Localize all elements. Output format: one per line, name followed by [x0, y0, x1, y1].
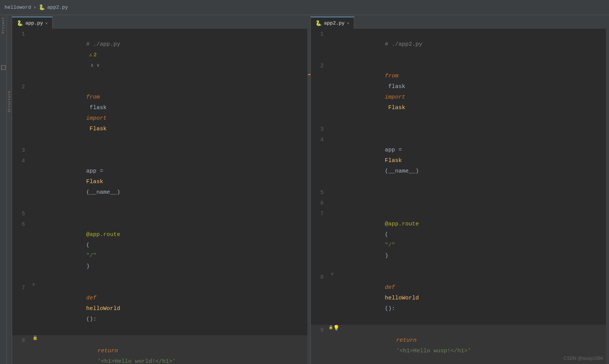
table-row: 4 app = Flask (__name__)	[311, 134, 609, 187]
r-code-wusp: wusp	[434, 348, 447, 354]
left-editor-pane: 🐍 app.py ✕ 1 # ./app.py ⚠	[12, 15, 311, 364]
table-row: 7 @app.route ( "/" )	[311, 208, 609, 272]
warning-icon: ⚠	[89, 50, 92, 60]
watermark: CSDN @wusp1994	[564, 356, 603, 361]
r-line-content-4: app = Flask (__name__)	[337, 134, 609, 187]
table-row: 8 🔒 return '<h1>Hello world!</h1>'	[12, 335, 310, 364]
r-line-num-7: 7	[311, 208, 330, 219]
r-code-func-name: helloWorld	[385, 295, 419, 301]
tab-app-py-label: app.py	[25, 20, 43, 26]
r-code-app-args: (__name__)	[385, 168, 419, 174]
left-editor-area[interactable]: 1 # ./app.py ⚠ 2 ∧ ∨ 2	[12, 29, 310, 364]
line-gutter-8: 🔒	[31, 335, 39, 340]
line-content-7: def helloWorld ():	[39, 282, 310, 335]
r-kw-import: import	[385, 94, 405, 100]
line-content-1: # ./app.py ⚠ 2 ∧ ∨	[39, 29, 310, 82]
r-line-num-8: 8	[311, 272, 330, 282]
r-line-num-1: 1	[311, 29, 330, 39]
r-line-num-4: 4	[311, 134, 330, 145]
minimap-marker-1	[308, 74, 310, 75]
tab-app2-py-icon: 🐍	[315, 20, 322, 26]
r-code-decorator: @app.route	[385, 221, 419, 227]
tab-app-py[interactable]: 🐍 app.py ✕	[12, 17, 53, 29]
left-minimap[interactable]	[307, 29, 310, 364]
r-line-num-5: 5	[311, 187, 330, 198]
line-num-3: 3	[12, 145, 31, 156]
right-code-container: 1 # ./app2.py 2 from flask impo	[311, 29, 609, 364]
sidebar-project: Project ⋮⋮	[0, 15, 7, 364]
r-code-func-parens: ():	[385, 305, 395, 312]
breadcrumb: helloword › 🐍 app2.py	[5, 4, 68, 11]
tab-app2-py-close[interactable]: ✕	[347, 21, 350, 26]
table-row: 3	[12, 145, 310, 156]
r-code-route-str: "/"	[385, 242, 395, 248]
line-content-6: @app.route ( "/" )	[39, 219, 310, 282]
lock-icon-9: 🔒	[329, 325, 333, 330]
sidebar-project-label[interactable]: Project	[2, 17, 5, 41]
table-row: 6 @app.route ( "/" )	[12, 219, 310, 282]
r-code-flask: flask	[385, 83, 409, 90]
line-num-1: 1	[12, 29, 31, 39]
table-row: 5	[12, 208, 310, 219]
breadcrumb-project[interactable]: helloword	[5, 5, 31, 10]
fold-icon-7[interactable]: ▽	[33, 282, 37, 287]
r-code-return-end: !</h1>'	[447, 348, 471, 354]
line-num-6: 6	[12, 219, 31, 230]
r-line-num-3: 3	[311, 124, 330, 134]
r-code-return-str: '<h1>Hello	[396, 348, 434, 354]
right-minimap[interactable]	[606, 29, 609, 364]
left-code-container: 1 # ./app.py ⚠ 2 ∧ ∨ 2	[12, 29, 310, 364]
code-flask-call: Flask	[86, 179, 103, 185]
sidebar-structure: Structure	[7, 15, 12, 364]
table-row: 1 # ./app2.py	[311, 29, 609, 60]
table-row: 7 ▽ def helloWorld ():	[12, 282, 310, 335]
nav-arrows[interactable]: ∧ ∨	[88, 63, 99, 68]
breadcrumb-file-icon: 🐍	[39, 4, 45, 11]
table-row: 4 app = Flask (__name__)	[12, 156, 310, 208]
r-code-route-open: (	[385, 231, 388, 238]
kw-from: from	[86, 94, 100, 100]
sidebar-project-icon[interactable]: ⋮⋮	[1, 65, 6, 70]
table-row: 2 from flask import Flask	[311, 60, 609, 124]
right-editor-area[interactable]: 1 # ./app2.py 2 from flask impo	[311, 29, 609, 364]
code-Flask: Flask	[86, 126, 107, 132]
code-route-close: )	[86, 263, 90, 270]
kw-def: def	[86, 295, 100, 301]
r-kw-def: def	[385, 284, 398, 291]
r-line-content-8: def helloWorld ():	[337, 272, 609, 325]
code-comment-1: # ./app.py	[86, 41, 120, 48]
main-layout: Project ⋮⋮ Structure 🐍 app.py ✕	[0, 15, 609, 364]
r-line-gutter-9: 🔒 💡	[330, 325, 337, 330]
code-route-str: "/"	[86, 253, 96, 259]
sidebar-structure-label[interactable]: Structure	[8, 91, 11, 113]
fold-icon-8[interactable]: ▽	[331, 272, 336, 276]
lock-icon-8: 🔒	[33, 335, 37, 340]
kw-return: return	[98, 348, 121, 354]
table-row: 6	[311, 198, 609, 208]
left-tab-bar: 🐍 app.py ✕	[12, 15, 310, 29]
r-line-content-2: from flask import Flask	[337, 60, 609, 124]
r-kw-from: from	[385, 73, 398, 79]
line-content-8: return '<h1>Hello world!</h1>'	[39, 335, 310, 364]
editors-container: 🐍 app.py ✕ 1 # ./app.py ⚠	[12, 15, 609, 364]
table-row: 8 ▽ def helloWorld ():	[311, 272, 609, 325]
table-row: 3	[311, 124, 609, 134]
r-line-num-2: 2	[311, 60, 330, 71]
r-line-content-7: @app.route ( "/" )	[337, 208, 609, 272]
tab-app-py-close[interactable]: ✕	[45, 21, 48, 26]
line-num-4: 4	[12, 156, 31, 166]
line-content-4: app = Flask (__name__)	[39, 156, 310, 208]
right-editor-pane: 🐍 app2.py ✕ 1 # ./app2.py	[311, 15, 609, 364]
code-app-var: app =	[86, 168, 107, 174]
title-bar: helloword › 🐍 app2.py	[0, 0, 609, 15]
table-row: 1 # ./app.py ⚠ 2 ∧ ∨	[12, 29, 310, 82]
line-gutter-7: ▽	[31, 282, 39, 287]
warning-badge: ⚠ 2	[89, 50, 97, 60]
r-code-app-var: app =	[385, 147, 405, 153]
tab-app2-py[interactable]: 🐍 app2.py ✕	[311, 17, 354, 29]
line-num-8: 8	[12, 335, 31, 346]
line-num-5: 5	[12, 208, 31, 219]
code-decorator: @app.route	[86, 231, 120, 238]
r-code-Flask: Flask	[385, 105, 405, 111]
r-line-num-9: 9	[311, 325, 330, 335]
